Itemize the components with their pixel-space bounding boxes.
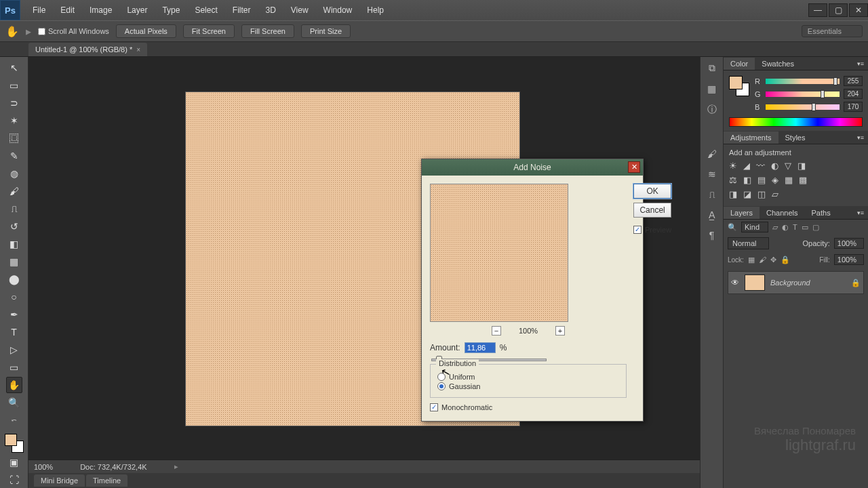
hue-icon[interactable]: ◨ xyxy=(797,161,806,171)
move-tool[interactable]: ↖ xyxy=(6,60,22,76)
menu-image[interactable]: Image xyxy=(83,3,119,18)
b-value[interactable]: 170 xyxy=(844,102,863,112)
healing-tool[interactable]: ◍ xyxy=(6,165,22,182)
hand-tool[interactable]: ✋ xyxy=(6,377,22,393)
threshold-icon[interactable]: ◪ xyxy=(743,189,751,199)
menu-filter[interactable]: Filter xyxy=(226,3,258,18)
lasso-tool[interactable]: ⊃ xyxy=(6,95,22,111)
char-panel-icon[interactable]: A̲ xyxy=(709,209,715,220)
ok-button[interactable]: OK xyxy=(633,184,671,199)
stamp-tool[interactable]: ⎍ xyxy=(6,201,22,217)
menu-select[interactable]: Select xyxy=(188,3,224,18)
tab-minibridge[interactable]: Mini Bridge xyxy=(34,474,85,487)
blur-tool[interactable]: ⬤ xyxy=(6,271,22,287)
shape-tool[interactable]: ▭ xyxy=(6,359,22,375)
selective-icon[interactable]: ▱ xyxy=(772,189,778,199)
workspace-selector[interactable]: Essentials xyxy=(802,25,863,37)
b-slider[interactable] xyxy=(766,104,840,110)
menu-edit[interactable]: Edit xyxy=(54,3,81,18)
monochromatic-checkbox[interactable]: ✓Monochromatic xyxy=(430,403,627,411)
brush-tool[interactable]: 🖌 xyxy=(6,183,22,199)
doc-size[interactable]: Doc: 732,4K/732,4K xyxy=(80,463,146,471)
marquee-tool[interactable]: ▭ xyxy=(6,77,22,94)
gradientmap-icon[interactable]: ◫ xyxy=(757,189,766,199)
fill-value[interactable]: 100% xyxy=(834,254,864,265)
visibility-icon[interactable]: 👁 xyxy=(731,278,739,287)
filter-icon[interactable]: 🔍 xyxy=(728,223,737,232)
scroll-all-checkbox[interactable]: Scroll All Windows xyxy=(38,27,109,35)
clonesrc-panel-icon[interactable]: ⎍ xyxy=(709,189,715,200)
actual-pixels-button[interactable]: Actual Pixels xyxy=(116,24,176,38)
brush-panel-icon[interactable]: 🖌 xyxy=(707,148,717,159)
crop-tool[interactable]: ⿴ xyxy=(6,130,22,146)
exposure-icon[interactable]: ◐ xyxy=(771,161,778,171)
filter-adj-icon[interactable]: ◐ xyxy=(782,223,789,232)
menu-window[interactable]: Window xyxy=(317,3,359,18)
foreground-color-swatch[interactable] xyxy=(5,434,17,446)
filter-type-icon[interactable]: T xyxy=(793,223,797,231)
maximize-button[interactable]: ▢ xyxy=(829,3,848,17)
amount-input[interactable] xyxy=(465,342,496,353)
tab-swatches[interactable]: Swatches xyxy=(755,58,801,70)
minimize-button[interactable]: — xyxy=(808,3,827,17)
tab-timeline[interactable]: Timeline xyxy=(86,474,127,487)
layer-name[interactable]: Background xyxy=(770,279,810,287)
brightness-icon[interactable]: ☀ xyxy=(729,161,737,171)
layer-thumbnail[interactable] xyxy=(745,274,765,291)
magic-wand-tool[interactable]: ✶ xyxy=(6,113,22,129)
panel-menu-icon[interactable]: ▾≡ xyxy=(850,132,868,143)
lock-all-icon[interactable]: 🔒 xyxy=(781,256,790,264)
close-button[interactable]: ✕ xyxy=(849,3,868,17)
tab-adjustments[interactable]: Adjustments xyxy=(724,131,778,144)
lookup-icon[interactable]: ▦ xyxy=(785,175,793,185)
print-size-button[interactable]: Print Size xyxy=(301,24,351,38)
g-slider[interactable] xyxy=(766,92,840,97)
eyedropper-tool[interactable]: ✎ xyxy=(6,148,22,164)
filter-smart-icon[interactable]: ▢ xyxy=(812,223,819,232)
levels-icon[interactable]: ◢ xyxy=(743,161,750,171)
dialog-titlebar[interactable]: Add Noise ✕ xyxy=(422,159,643,176)
menu-type[interactable]: Type xyxy=(155,3,186,18)
spectrum-bar[interactable] xyxy=(729,117,863,127)
bw-icon[interactable]: ◧ xyxy=(743,175,751,185)
blend-mode-selector[interactable]: Normal xyxy=(728,237,769,249)
noise-preview[interactable] xyxy=(430,184,568,322)
color-picker-swatches[interactable] xyxy=(729,76,749,96)
r-slider[interactable] xyxy=(766,79,840,84)
menu-layer[interactable]: Layer xyxy=(120,3,154,18)
filter-shape-icon[interactable]: ▭ xyxy=(802,223,808,232)
zoom-in-button[interactable]: + xyxy=(555,326,565,336)
tab-color[interactable]: Color xyxy=(724,58,755,70)
color-swatches[interactable] xyxy=(5,434,24,453)
panel-menu-icon[interactable]: ▾≡ xyxy=(850,207,868,218)
photofilter-icon[interactable]: ▤ xyxy=(757,175,766,185)
dialog-close-button[interactable]: ✕ xyxy=(628,161,640,173)
document-tab[interactable]: Untitled-1 @ 100% (RGB/8) * × xyxy=(28,43,147,56)
pen-tool[interactable]: ✒ xyxy=(6,306,22,323)
balance-icon[interactable]: ⚖ xyxy=(729,175,737,185)
dodge-tool[interactable]: ○ xyxy=(6,289,22,305)
lock-trans-icon[interactable]: ▦ xyxy=(748,256,755,264)
tab-channels[interactable]: Channels xyxy=(760,207,804,219)
brushpresets-panel-icon[interactable]: ≋ xyxy=(708,169,716,180)
filter-pixel-icon[interactable]: ▱ xyxy=(772,223,778,232)
fill-screen-button[interactable]: Fill Screen xyxy=(241,24,294,38)
layer-row[interactable]: 👁 Background 🔒 xyxy=(728,271,864,294)
tab-layers[interactable]: Layers xyxy=(724,207,760,219)
curves-icon[interactable]: 〰 xyxy=(756,161,765,171)
vibrance-icon[interactable]: ▽ xyxy=(785,161,791,171)
para-panel-icon[interactable]: ¶ xyxy=(709,230,715,241)
zoom-out-button[interactable]: − xyxy=(492,326,501,336)
menu-help[interactable]: Help xyxy=(360,3,391,18)
preview-checkbox[interactable]: ✓Preview xyxy=(633,226,671,234)
path-select-tool[interactable]: ▷ xyxy=(6,342,22,358)
lock-pixels-icon[interactable]: 🖌 xyxy=(759,256,766,264)
uniform-radio[interactable]: Uniform xyxy=(437,373,619,381)
zoom-level[interactable]: 100% xyxy=(34,463,53,471)
posterize-icon[interactable]: ◨ xyxy=(729,189,737,199)
zoom-tool[interactable]: 🔍 xyxy=(6,394,22,411)
tab-paths[interactable]: Paths xyxy=(805,207,837,219)
panel-menu-icon[interactable]: ▾≡ xyxy=(850,58,868,69)
mixer-icon[interactable]: ◈ xyxy=(772,175,778,185)
opacity-value[interactable]: 100% xyxy=(834,238,864,249)
